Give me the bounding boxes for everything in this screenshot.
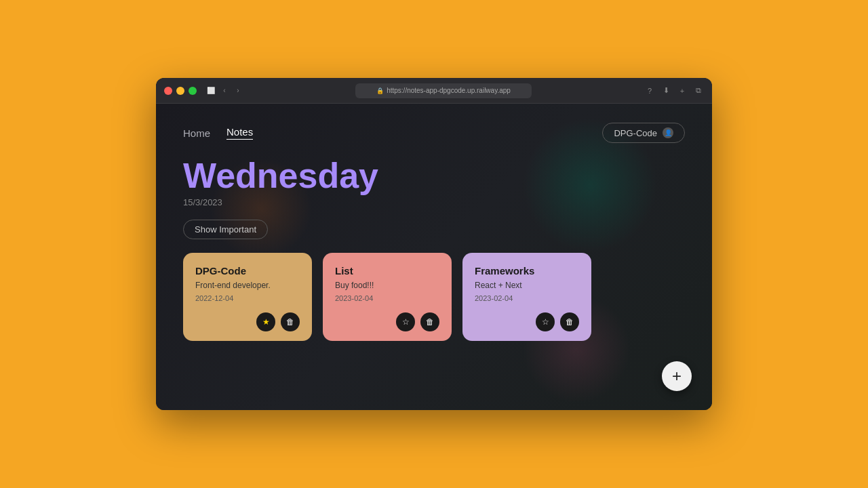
nav-home[interactable]: Home bbox=[183, 127, 210, 139]
note-3-date: 2023-02-04 bbox=[475, 294, 579, 302]
note-3-star-button[interactable]: ☆ bbox=[536, 312, 555, 331]
lock-icon: 🔒 bbox=[376, 87, 384, 94]
note-2-delete-button[interactable]: 🗑 bbox=[420, 312, 439, 331]
notes-grid: DPG-Code Front-end developer. 2022-12-04… bbox=[183, 253, 685, 341]
note-2-body: Buy food!!! bbox=[335, 281, 439, 290]
browser-window: ⬜ ‹ › 🔒 https://notes-app-dpgcode.up.rai… bbox=[156, 78, 712, 410]
nav: Home Notes DPG-Code 👤 bbox=[183, 123, 685, 143]
note-2-date: 2023-02-04 bbox=[335, 294, 439, 302]
download-icon[interactable]: ⬇ bbox=[660, 85, 671, 96]
browser-chrome: ⬜ ‹ › 🔒 https://notes-app-dpgcode.up.rai… bbox=[156, 78, 712, 104]
user-button[interactable]: DPG-Code 👤 bbox=[602, 123, 685, 143]
date-label: 15/3/2023 bbox=[183, 197, 685, 207]
show-important-button[interactable]: Show Important bbox=[183, 220, 268, 239]
day-heading: Wednesday bbox=[183, 158, 685, 193]
note-card-3: Frameworks React + Next 2023-02-04 ☆ 🗑 bbox=[462, 253, 591, 341]
note-3-actions: ☆ 🗑 bbox=[475, 312, 579, 331]
back-icon[interactable]: ‹ bbox=[220, 86, 229, 96]
question-icon[interactable]: ? bbox=[644, 85, 655, 96]
note-1-actions: ★ 🗑 bbox=[195, 312, 300, 331]
address-bar-container: 🔒 https://notes-app-dpgcode.up.railway.a… bbox=[248, 83, 639, 98]
minimize-button[interactable] bbox=[176, 87, 184, 95]
user-button-label: DPG-Code bbox=[614, 128, 657, 138]
nav-notes[interactable]: Notes bbox=[226, 126, 253, 140]
note-card-2: List Buy food!!! 2023-02-04 ☆ 🗑 bbox=[323, 253, 452, 341]
note-1-date: 2022-12-04 bbox=[195, 294, 300, 302]
note-1-delete-button[interactable]: 🗑 bbox=[281, 312, 300, 331]
note-3-body: React + Next bbox=[475, 281, 579, 290]
nav-controls: ⬜ ‹ › bbox=[206, 86, 243, 96]
note-1-body: Front-end developer. bbox=[195, 281, 300, 290]
user-avatar-icon: 👤 bbox=[663, 127, 673, 138]
add-note-fab[interactable]: + bbox=[662, 361, 692, 391]
add-tab-icon[interactable]: + bbox=[677, 85, 688, 96]
note-2-actions: ☆ 🗑 bbox=[335, 312, 439, 331]
note-3-delete-button[interactable]: 🗑 bbox=[560, 312, 579, 331]
note-3-title: Frameworks bbox=[475, 265, 579, 277]
note-2-star-button[interactable]: ☆ bbox=[396, 312, 415, 331]
maximize-button[interactable] bbox=[189, 87, 197, 95]
extensions-icon[interactable]: ⧉ bbox=[693, 85, 704, 96]
note-2-title: List bbox=[335, 265, 439, 277]
note-card-1: DPG-Code Front-end developer. 2022-12-04… bbox=[183, 253, 312, 341]
traffic-lights bbox=[164, 87, 197, 95]
url-text: https://notes-app-dpgcode.up.railway.app bbox=[387, 87, 511, 94]
browser-toolbar-right: ? ⬇ + ⧉ bbox=[644, 85, 704, 96]
tab-icon: ⬜ bbox=[206, 86, 216, 96]
nav-links: Home Notes bbox=[183, 126, 253, 140]
note-1-star-button[interactable]: ★ bbox=[256, 312, 275, 331]
app-content: Home Notes DPG-Code 👤 Wednesday 15/3/202… bbox=[156, 104, 712, 410]
address-bar[interactable]: 🔒 https://notes-app-dpgcode.up.railway.a… bbox=[355, 83, 532, 98]
close-button[interactable] bbox=[164, 87, 172, 95]
forward-icon[interactable]: › bbox=[233, 86, 243, 96]
note-1-title: DPG-Code bbox=[195, 265, 300, 277]
